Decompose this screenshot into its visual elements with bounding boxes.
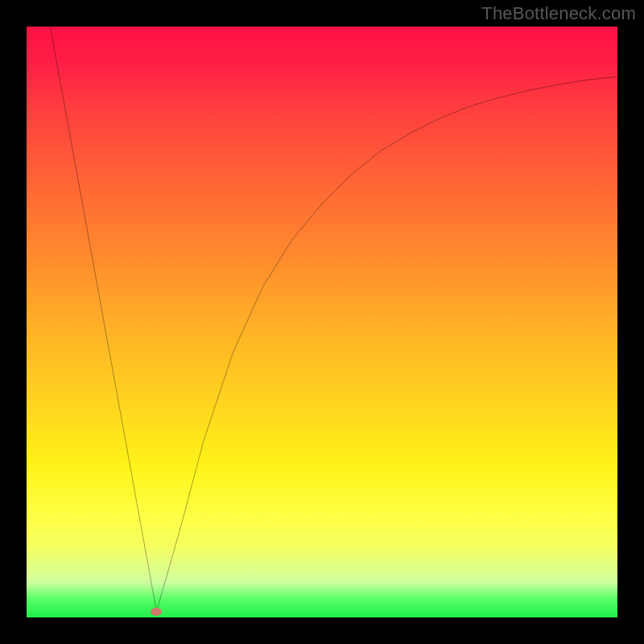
curve-left-descent — [50, 27, 156, 612]
bottleneck-marker — [151, 608, 162, 616]
curve-layer — [27, 27, 617, 617]
watermark-text: TheBottleneck.com — [481, 3, 636, 24]
chart-frame: TheBottleneck.com — [0, 0, 644, 644]
plot-area — [27, 27, 617, 617]
curve-right-saturating — [156, 76, 617, 611]
